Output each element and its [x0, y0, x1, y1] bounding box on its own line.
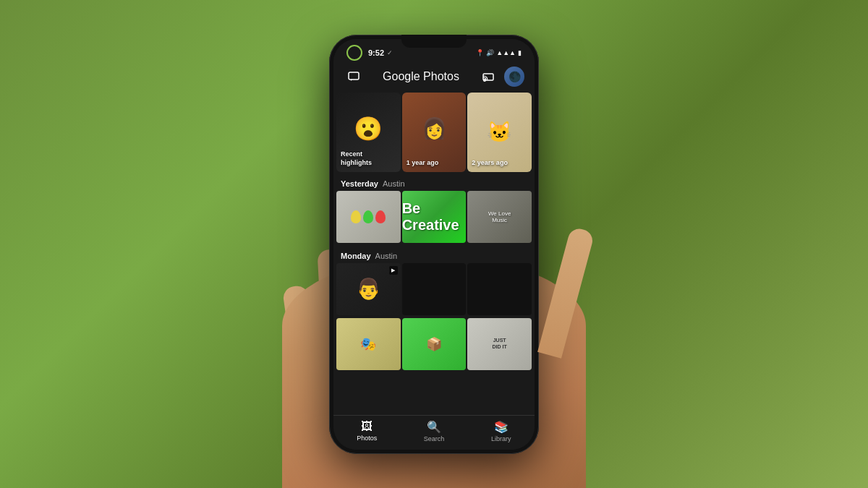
top-bar-right: 🌑: [478, 67, 524, 87]
phone-screen: 9:52 ✓ 📍 🔊 ▲▲▲ ▮: [333, 39, 535, 450]
bottom-nav: 🖼 Photos 🔍 Search 📚 Library: [333, 415, 535, 450]
top-bar: Google Photos 🌑: [333, 64, 535, 91]
photo-cell-y3[interactable]: We LoveMusic: [467, 191, 532, 243]
highlight-card-1year[interactable]: 👩 1 year ago: [402, 93, 467, 172]
user-avatar[interactable]: 🌑: [504, 67, 524, 87]
search-icon: 🔍: [427, 420, 441, 434]
status-check: ✓: [387, 49, 393, 56]
cat-emoji: 🐱: [487, 120, 512, 144]
library-label: Library: [491, 435, 511, 442]
photo-cell-y2[interactable]: Be Creative: [402, 191, 467, 243]
sticker-3: JUSTDID IT: [467, 318, 532, 370]
photo-cell-m1[interactable]: 👨 ▶: [336, 263, 401, 315]
photo-cell-m6[interactable]: JUSTDID IT: [467, 318, 532, 370]
top-bar-left: [344, 67, 364, 87]
nav-search[interactable]: 🔍 Search: [401, 420, 468, 442]
sound-icon: 🔊: [486, 49, 494, 56]
balloons-1: [351, 210, 386, 223]
photos-label: Photos: [357, 435, 377, 442]
highlight-card-2years[interactable]: 🐱 2 years ago: [467, 93, 532, 172]
photo-cell-m2[interactable]: [402, 263, 467, 315]
cast-button[interactable]: [478, 67, 498, 87]
battery-icon: ▮: [518, 49, 522, 56]
sticker-1: 🎭: [336, 318, 401, 370]
photo-cell-m5[interactable]: 📦: [402, 318, 467, 370]
phone-notch: [401, 35, 467, 48]
video-indicator: ▶: [389, 266, 398, 275]
highlight-card-recent[interactable]: 😮 Recenthighlights: [336, 93, 401, 172]
section-header-monday: Monday Austin: [333, 246, 535, 263]
face-emoji-2: 👩: [422, 116, 447, 140]
scroll-content: 😮 Recenthighlights 👩 1 year ago: [333, 91, 535, 415]
message-button[interactable]: [344, 67, 364, 87]
highlights-row: 😮 Recenthighlights 👩 1 year ago: [333, 91, 535, 174]
status-time: 9:52: [368, 48, 384, 57]
highlight-label-2years: 2 years ago: [472, 159, 508, 168]
section-date-yesterday: Yesterday: [341, 179, 378, 188]
signal-icon: ▲▲▲: [496, 49, 516, 56]
section-header-yesterday: Yesterday Austin: [333, 174, 535, 191]
section-date-monday: Monday: [341, 252, 371, 260]
app-title: Google Photos: [364, 70, 478, 83]
nav-photos[interactable]: 🖼 Photos: [333, 420, 401, 442]
photo-grid-monday-2: 🎭 📦 JUSTDID IT: [333, 318, 535, 370]
balloon-3: We LoveMusic: [467, 191, 532, 243]
photo-cell-y1[interactable]: [336, 191, 401, 243]
highlight-label-1year: 1 year ago: [407, 159, 439, 168]
photo-cell-m3[interactable]: [467, 263, 532, 315]
photo-cell-m4[interactable]: 🎭: [336, 318, 401, 370]
highlight-label-recent: Recenthighlights: [341, 150, 372, 167]
message-icon: [348, 72, 359, 82]
notification-dot: [346, 45, 362, 61]
phone: 9:52 ✓ 📍 🔊 ▲▲▲ ▮: [329, 35, 539, 454]
location-icon: 📍: [476, 49, 484, 56]
sticker-2: 📦: [402, 318, 467, 370]
phone-wrapper: 9:52 ✓ 📍 🔊 ▲▲▲ ▮: [329, 35, 539, 454]
status-left: 9:52 ✓: [346, 45, 393, 61]
nav-library[interactable]: 📚 Library: [467, 420, 535, 442]
photos-icon: 🖼: [361, 420, 373, 433]
search-label: Search: [424, 435, 445, 442]
photo-grid-monday-1: 👨 ▶: [333, 263, 535, 315]
svg-rect-0: [349, 72, 359, 80]
cast-icon: [482, 72, 494, 82]
section-location-monday: Austin: [375, 252, 398, 260]
photo-grid-yesterday: Be Creative We LoveMusic: [333, 191, 535, 243]
status-icons: 📍 🔊 ▲▲▲ ▮: [476, 49, 522, 56]
section-location-yesterday: Austin: [383, 179, 405, 188]
balloon-green: Be Creative: [402, 191, 467, 243]
library-icon: 📚: [494, 420, 509, 434]
face-emoji-1: 😮: [354, 115, 383, 142]
